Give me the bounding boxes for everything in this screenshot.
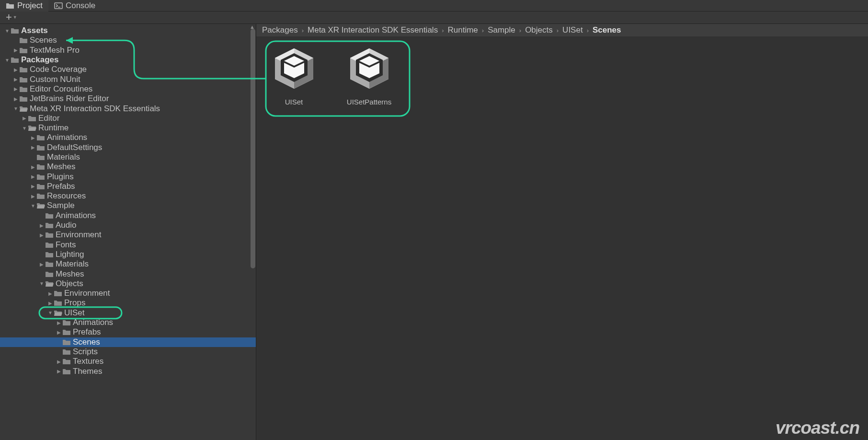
scroll-thumb[interactable]: [251, 29, 255, 268]
tree-node-label: Scenes: [73, 337, 100, 347]
tree-node-rt-anim[interactable]: Animations: [0, 133, 256, 142]
foldout-closed-icon[interactable]: [30, 174, 36, 179]
tree-node-ui-themes[interactable]: Themes: [0, 366, 256, 376]
tree-node-assets-tmp[interactable]: TextMesh Pro: [0, 46, 256, 55]
tree-node-assets-scenes[interactable]: Scenes: [0, 35, 256, 45]
breadcrumb-item[interactable]: UISet: [562, 25, 583, 35]
tab-label: Console: [66, 1, 95, 11]
folder-open-icon: [54, 309, 62, 317]
breadcrumb-separator-icon: ›: [442, 27, 444, 34]
foldout-closed-icon[interactable]: [21, 116, 28, 121]
tree-node-sm-mat[interactable]: Materials: [0, 259, 256, 269]
tree-node-label: Props: [64, 298, 85, 308]
foldout-closed-icon[interactable]: [30, 164, 36, 170]
tree-node-pkg-nunit[interactable]: Custom NUnit: [0, 74, 256, 84]
tree-node-rt-mat[interactable]: Materials: [0, 152, 256, 162]
tree-node-pkg-metaxr[interactable]: Meta XR Interaction SDK Essentials: [0, 104, 256, 113]
foldout-closed-icon[interactable]: [12, 77, 19, 82]
tree-node-sm-meshes[interactable]: Meshes: [0, 269, 256, 278]
tree-node-label: Runtime: [38, 123, 69, 133]
foldout-closed-icon[interactable]: [12, 47, 19, 53]
tree-node-rt-sample[interactable]: Sample: [0, 201, 256, 210]
tab-bar: Project Console: [0, 0, 868, 12]
tree-node-pkg-editcr[interactable]: Editor Coroutines: [0, 84, 256, 94]
tree-node-packages[interactable]: Packages: [0, 55, 256, 65]
tree-node-ui-anim[interactable]: Animations: [0, 318, 256, 327]
tree-node-label: Packages: [21, 55, 58, 65]
tree-node-pkg-rider[interactable]: JetBrains Rider Editor: [0, 94, 256, 104]
folder-tree-panel: AssetsScenesTextMesh ProPackagesCode Cov…: [0, 24, 256, 440]
foldout-closed-icon[interactable]: [12, 96, 19, 102]
foldout-open-icon[interactable]: [47, 310, 54, 315]
foldout-open-icon[interactable]: [12, 106, 19, 111]
foldout-open-icon[interactable]: [21, 126, 28, 131]
tree-node-ui-prefabs[interactable]: Prefabs: [0, 327, 256, 337]
tree-node-sm-anim[interactable]: Animations: [0, 211, 256, 220]
tree-node-pkg-codecov[interactable]: Code Coverage: [0, 65, 256, 74]
foldout-closed-icon[interactable]: [30, 194, 36, 199]
foldout-closed-icon[interactable]: [38, 223, 45, 228]
add-button[interactable]: + ▼: [3, 12, 20, 23]
foldout-closed-icon[interactable]: [56, 320, 62, 325]
asset-uisetpatterns[interactable]: UISetPatterns: [339, 42, 399, 106]
foldout-closed-icon[interactable]: [30, 145, 36, 150]
tree-node-assets[interactable]: Assets: [0, 26, 256, 35]
folder-icon: [19, 76, 28, 83]
console-icon: [54, 2, 63, 10]
foldout-closed-icon[interactable]: [12, 67, 19, 72]
foldout-open-icon[interactable]: [4, 58, 11, 63]
breadcrumb-item[interactable]: Sample: [488, 25, 515, 35]
foldout-open-icon[interactable]: [4, 28, 11, 34]
scrollbar[interactable]: ▲: [251, 27, 255, 437]
tree-node-sm-audio[interactable]: Audio: [0, 220, 256, 230]
tree-node-rt-res[interactable]: Resources: [0, 191, 256, 201]
tree-node-obj-props[interactable]: Props: [0, 298, 256, 308]
tree-node-rt-prefabs[interactable]: Prefabs: [0, 182, 256, 191]
tree-node-ui-scripts[interactable]: Scripts: [0, 347, 256, 357]
tree-node-label: Sample: [47, 201, 75, 210]
tree-node-obj-uiset[interactable]: UISet: [0, 308, 256, 318]
folder-icon: [36, 134, 45, 141]
tree-node-label: Resources: [47, 191, 86, 201]
folder-icon: [19, 46, 28, 54]
foldout-closed-icon[interactable]: [56, 369, 62, 374]
asset-uiset[interactable]: UISet: [264, 42, 324, 106]
tree-node-obj-env[interactable]: Environment: [0, 289, 256, 298]
folder-icon: [62, 328, 71, 336]
foldout-closed-icon[interactable]: [56, 359, 62, 364]
tree-node-ui-scenes[interactable]: Scenes: [0, 337, 256, 347]
folder-icon: [36, 144, 45, 151]
tree-node-rt-plugins[interactable]: Plugins: [0, 172, 256, 181]
foldout-open-icon[interactable]: [38, 281, 45, 286]
tree-node-metaxr-editor[interactable]: Editor: [0, 114, 256, 123]
tree-node-sm-env[interactable]: Environment: [0, 230, 256, 240]
tab-console[interactable]: Console: [48, 0, 101, 12]
foldout-closed-icon[interactable]: [30, 184, 36, 189]
tree-node-sm-fonts[interactable]: Fonts: [0, 240, 256, 250]
breadcrumb-item[interactable]: Meta XR Interaction SDK Essentials: [308, 25, 438, 35]
tree-node-ui-tex[interactable]: Textures: [0, 357, 256, 366]
foldout-open-icon[interactable]: [30, 203, 36, 208]
breadcrumb-item[interactable]: Packages: [262, 25, 298, 35]
foldout-closed-icon[interactable]: [30, 135, 36, 140]
tree-node-rt-defset[interactable]: DefaultSettings: [0, 143, 256, 152]
foldout-closed-icon[interactable]: [56, 330, 62, 335]
folder-open-icon: [45, 280, 54, 288]
breadcrumb-item[interactable]: Runtime: [447, 25, 478, 35]
foldout-closed-icon[interactable]: [12, 86, 19, 92]
tab-project[interactable]: Project: [0, 0, 48, 12]
foldout-closed-icon[interactable]: [38, 232, 45, 238]
foldout-closed-icon[interactable]: [38, 262, 45, 267]
breadcrumb-item[interactable]: Scenes: [593, 25, 621, 35]
tree-node-metaxr-runtime[interactable]: Runtime: [0, 123, 256, 133]
folder-icon: [62, 358, 71, 365]
tab-label: Project: [17, 1, 43, 11]
folder-icon: [45, 241, 54, 249]
foldout-closed-icon[interactable]: [47, 291, 54, 296]
tree-node-sm-objects[interactable]: Objects: [0, 279, 256, 289]
tree-node-label: JetBrains Rider Editor: [30, 94, 109, 104]
foldout-closed-icon[interactable]: [47, 301, 54, 306]
breadcrumb-item[interactable]: Objects: [525, 25, 553, 35]
tree-node-rt-meshes[interactable]: Meshes: [0, 162, 256, 172]
tree-node-sm-light[interactable]: Lighting: [0, 250, 256, 259]
